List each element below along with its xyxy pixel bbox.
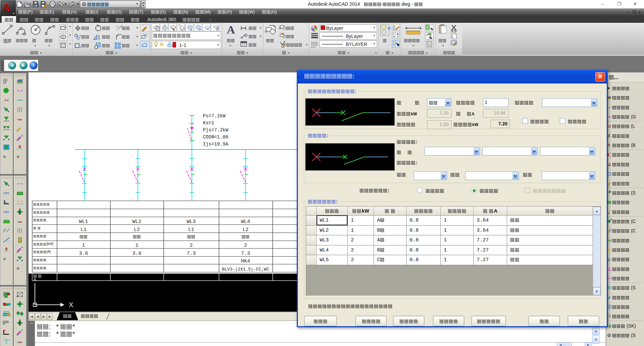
svg-text:Pjs=7.2kW: Pjs=7.2kW bbox=[203, 127, 228, 133]
svg-text:2: 2 bbox=[244, 243, 247, 248]
svg-text:Ps=7.2kW: Ps=7.2kW bbox=[203, 113, 226, 119]
svg-text:L1: L1 bbox=[188, 227, 194, 233]
svg-text:3.6: 3.6 bbox=[79, 251, 88, 256]
svg-text:L2: L2 bbox=[134, 227, 140, 233]
svg-text:WL1: WL1 bbox=[79, 219, 88, 225]
svg-text:7.3: 7.3 bbox=[186, 251, 196, 256]
svg-text:WL4: WL4 bbox=[241, 219, 250, 225]
svg-text:7.3: 7.3 bbox=[241, 251, 250, 256]
svg-text:L2: L2 bbox=[243, 227, 249, 233]
svg-text:WL2: WL2 bbox=[132, 219, 141, 225]
svg-text:BLV3-|2X1.5|-FC,WC: BLV3-|2X1.5|-FC,WC bbox=[222, 267, 269, 272]
svg-text:WL3: WL3 bbox=[186, 219, 196, 225]
svg-text:3.6: 3.6 bbox=[132, 251, 141, 256]
svg-text:Ijs=10.9A: Ijs=10.9A bbox=[203, 141, 228, 147]
svg-text:2: 2 bbox=[190, 243, 193, 248]
svg-text:X: X bbox=[69, 301, 73, 308]
svg-text:COSΦ=1.00: COSΦ=1.00 bbox=[203, 134, 228, 140]
svg-text:Kx=1: Kx=1 bbox=[203, 120, 214, 126]
svg-text:HK4: HK4 bbox=[241, 258, 250, 264]
svg-text:1: 1 bbox=[82, 243, 85, 248]
svg-text:L1: L1 bbox=[80, 227, 87, 233]
svg-text:1: 1 bbox=[135, 243, 138, 248]
